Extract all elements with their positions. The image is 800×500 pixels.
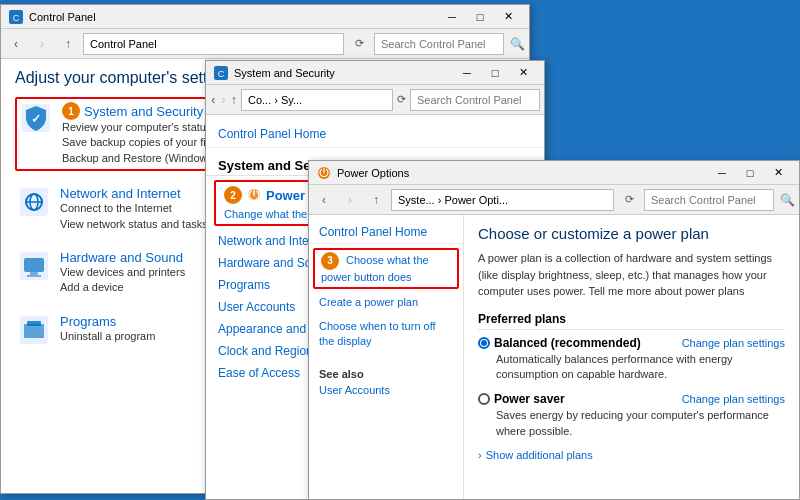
svg-text:✓: ✓ — [31, 112, 41, 126]
power-close-btn[interactable]: ✕ — [765, 163, 791, 183]
sys-back-btn[interactable]: ‹ — [210, 89, 216, 111]
power-nav-home[interactable]: Control Panel Home — [309, 221, 464, 244]
cp-addr-input[interactable] — [83, 33, 344, 55]
balanced-radio[interactable] — [478, 337, 490, 349]
svg-rect-10 — [30, 272, 38, 275]
badge-3: 3 — [321, 252, 339, 270]
sys-win-controls: ─ □ ✕ — [454, 63, 536, 83]
balanced-name: Balanced (recommended) — [478, 336, 641, 350]
cp-minimize-btn[interactable]: ─ — [439, 7, 465, 27]
sys-up-btn[interactable]: ↑ — [231, 89, 237, 111]
balanced-radio-dot — [481, 340, 487, 346]
cp-close-btn[interactable]: ✕ — [495, 7, 521, 27]
network-text: Network and Internet Connect to the Inte… — [60, 186, 208, 232]
hardware-icon — [18, 250, 50, 282]
svg-rect-9 — [24, 258, 44, 272]
power-search-input[interactable] — [644, 189, 774, 211]
power-left-turn-off[interactable]: Choose when to turn off the display — [309, 315, 463, 354]
badge-2: 2 — [224, 186, 242, 204]
svg-rect-11 — [27, 275, 41, 277]
power-minimize-btn[interactable]: ─ — [709, 163, 735, 183]
power-refresh-btn[interactable]: ⟳ — [618, 189, 640, 211]
power-content: Control Panel Home 3 Choose what the pow… — [309, 215, 799, 499]
programs-title[interactable]: Programs — [60, 314, 155, 329]
chevron-right-icon: › — [478, 449, 482, 461]
power-search-icon: 🔍 — [780, 193, 795, 207]
power-addr-bar: ‹ › ↑ ⟳ 🔍 — [309, 185, 799, 215]
sys-search-input[interactable] — [410, 89, 540, 111]
programs-desc: Uninstall a program — [60, 329, 155, 344]
power-left-choose-btn[interactable]: 3 Choose what the power button does — [313, 248, 459, 289]
sys-addr-bar: ‹ › ↑ ⟳ — [206, 85, 544, 115]
network-icon — [18, 186, 50, 218]
balanced-change-link[interactable]: Change plan settings — [682, 337, 785, 349]
sys-title-icon: C — [214, 66, 228, 80]
plan-balanced: Balanced (recommended) Change plan setti… — [478, 336, 785, 383]
cp-refresh-btn[interactable]: ⟳ — [348, 33, 370, 55]
power-saver-name-row: Power saver Change plan settings — [478, 392, 785, 406]
sys-addr-input[interactable] — [241, 89, 393, 111]
power-maximize-btn[interactable]: □ — [737, 163, 763, 183]
power-options-icon — [246, 187, 262, 203]
network-desc: Connect to the Internet View network sta… — [60, 201, 208, 232]
cp-back-btn[interactable]: ‹ — [5, 33, 27, 55]
hardware-title[interactable]: Hardware and Sound — [60, 250, 185, 265]
sys-close-btn[interactable]: ✕ — [510, 63, 536, 83]
cp-title-icon: C — [9, 10, 23, 24]
power-left-create[interactable]: Create a power plan — [309, 291, 463, 314]
system-security-title[interactable]: System and Security — [84, 104, 203, 119]
power-main-desc: A power plan is a collection of hardware… — [478, 250, 785, 300]
see-also-label: See also — [309, 362, 463, 382]
power-title-bar: Power Options ─ □ ✕ — [309, 161, 799, 185]
hardware-desc: View devices and printers Add a device — [60, 265, 185, 296]
badge-1: 1 — [62, 102, 80, 120]
power-saver-name: Power saver — [478, 392, 565, 406]
sys-title-text: System and Security — [234, 67, 454, 79]
svg-rect-13 — [24, 324, 44, 338]
cp-addr-bar: ‹ › ↑ ⟳ 🔍 — [1, 29, 529, 59]
sys-refresh-btn[interactable]: ⟳ — [397, 89, 406, 111]
cp-up-btn[interactable]: ↑ — [57, 33, 79, 55]
power-addr-input[interactable] — [391, 189, 614, 211]
power-up-btn[interactable]: ↑ — [365, 189, 387, 211]
cp-win-controls: ─ □ ✕ — [439, 7, 521, 27]
power-back-btn[interactable]: ‹ — [313, 189, 335, 211]
power-options-window: Power Options ─ □ ✕ ‹ › ↑ ⟳ 🔍 Control Pa… — [308, 160, 800, 500]
power-title-text: Power Options — [337, 167, 709, 179]
balanced-desc: Automatically balances performance with … — [478, 352, 785, 383]
power-saver-radio[interactable] — [478, 393, 490, 405]
sys-minimize-btn[interactable]: ─ — [454, 63, 480, 83]
cp-forward-btn[interactable]: › — [31, 33, 53, 55]
cp-search-input[interactable] — [374, 33, 504, 55]
svg-text:C: C — [13, 13, 20, 23]
balanced-name-row: Balanced (recommended) Change plan setti… — [478, 336, 785, 350]
power-title-icon — [317, 166, 331, 180]
network-title[interactable]: Network and Internet — [60, 186, 208, 201]
power-forward-btn[interactable]: › — [339, 189, 361, 211]
power-saver-desc: Saves energy by reducing your computer's… — [478, 408, 785, 439]
programs-text: Programs Uninstall a program — [60, 314, 155, 344]
hardware-text: Hardware and Sound View devices and prin… — [60, 250, 185, 296]
see-also-user-accounts[interactable]: User Accounts — [309, 382, 463, 398]
power-main-title: Choose or customize a power plan — [478, 225, 785, 242]
svg-rect-14 — [27, 321, 41, 326]
sys-forward-btn[interactable]: › — [220, 89, 226, 111]
power-right-panel: Choose or customize a power plan A power… — [464, 215, 799, 499]
cp-title-text: Control Panel — [29, 11, 439, 23]
power-left-panel: Control Panel Home 3 Choose what the pow… — [309, 215, 464, 499]
plan-power-saver: Power saver Change plan settings Saves e… — [478, 392, 785, 439]
show-additional-plans[interactable]: › Show additional plans — [478, 449, 785, 461]
power-win-controls: ─ □ ✕ — [709, 163, 791, 183]
svg-text:C: C — [218, 69, 225, 79]
sys-nav-home[interactable]: Control Panel Home — [206, 121, 544, 148]
programs-icon — [18, 314, 50, 346]
sys-maximize-btn[interactable]: □ — [482, 63, 508, 83]
preferred-plans-label: Preferred plans — [478, 312, 785, 330]
cp-title-bar: C Control Panel ─ □ ✕ — [1, 5, 529, 29]
cp-maximize-btn[interactable]: □ — [467, 7, 493, 27]
cp-search-icon: 🔍 — [510, 37, 525, 51]
system-security-icon: ✓ — [20, 102, 52, 134]
sys-title-bar: C System and Security ─ □ ✕ — [206, 61, 544, 85]
power-saver-change-link[interactable]: Change plan settings — [682, 393, 785, 405]
